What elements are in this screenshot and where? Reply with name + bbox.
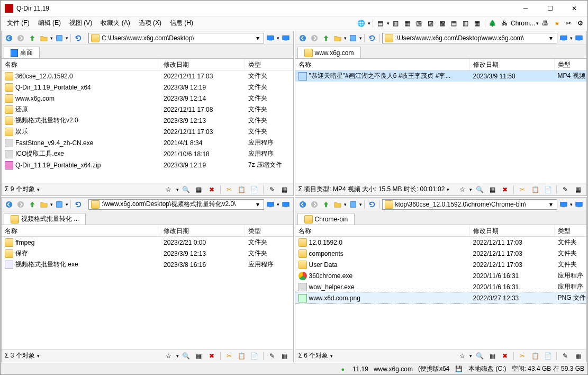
path-field[interactable] xyxy=(395,34,548,42)
folder-button[interactable] xyxy=(39,33,49,43)
list-row[interactable]: User Data 2022/12/11 17:03 文件夹 xyxy=(295,259,587,270)
paste-icon[interactable]: 📄 xyxy=(542,351,553,361)
layout3-icon[interactable]: ▦ xyxy=(402,18,413,29)
forward-button[interactable] xyxy=(15,33,26,43)
delete-icon[interactable]: ✖ xyxy=(206,351,217,361)
fav-icon[interactable]: ☆ xyxy=(164,184,174,195)
search-icon[interactable]: 🔍 xyxy=(181,351,192,361)
monitor1-icon[interactable] xyxy=(558,199,569,210)
refresh-button[interactable] xyxy=(367,33,377,43)
refresh-button[interactable] xyxy=(73,199,84,210)
list-row[interactable]: 保存 2023/3/9 12:13 文件夹 xyxy=(2,248,293,259)
list-row[interactable]: www.x6g.com 2023/3/9 12:14 文件夹 xyxy=(2,93,293,104)
view-button[interactable] xyxy=(54,33,65,43)
back-button[interactable] xyxy=(297,199,308,210)
back-button[interactable] xyxy=(297,33,308,43)
filter-icon[interactable]: ▦ xyxy=(194,184,204,195)
paste-icon[interactable]: 📄 xyxy=(249,184,260,195)
back-button[interactable] xyxy=(4,199,14,210)
col-name[interactable]: 名称 xyxy=(2,59,160,70)
view-button[interactable] xyxy=(348,33,358,43)
folder-button[interactable] xyxy=(39,199,49,210)
col-name[interactable]: 名称 xyxy=(295,225,470,236)
chevron-down-icon[interactable]: ▾ xyxy=(547,201,555,208)
list-body[interactable]: "恭迎天暗星"#画江湖之不良人6 #岐王李茂贞 #李... 2023/3/9 1… xyxy=(295,70,587,183)
folder-button[interactable] xyxy=(332,199,343,210)
path-field[interactable] xyxy=(102,201,254,208)
monitor2-icon[interactable] xyxy=(281,33,291,43)
edit-icon[interactable]: ✎ xyxy=(560,184,571,195)
misc-icon[interactable]: ▦ xyxy=(573,184,583,195)
path-input[interactable]: ▾ xyxy=(382,33,558,43)
cut-icon[interactable]: ✂ xyxy=(224,351,234,361)
minimize-button[interactable]: ─ xyxy=(513,1,538,16)
cut-icon[interactable]: ✂ xyxy=(517,184,528,195)
gear-icon[interactable]: ⚙ xyxy=(575,18,585,29)
paste-icon[interactable]: 📄 xyxy=(249,351,260,361)
monitor2-icon[interactable] xyxy=(574,33,584,43)
close-button[interactable]: ✕ xyxy=(562,1,586,16)
tab[interactable]: 视频格式批量转化 ... xyxy=(4,213,86,225)
list-row[interactable]: Q-Dir_11.19_Portable_x64 2023/3/9 12:19 … xyxy=(2,82,293,93)
col-date[interactable]: 修改日期 xyxy=(160,225,245,236)
up-button[interactable] xyxy=(27,33,38,43)
monitor1-icon[interactable] xyxy=(558,33,569,43)
layout5-icon[interactable]: ▨ xyxy=(426,18,436,29)
filter-icon[interactable]: ▦ xyxy=(194,351,204,361)
copy-icon[interactable]: 📋 xyxy=(530,184,540,195)
col-date[interactable]: 修改日期 xyxy=(470,225,555,236)
edit-icon[interactable]: ✎ xyxy=(267,184,277,195)
col-date[interactable]: 修改日期 xyxy=(160,59,245,70)
path-field[interactable] xyxy=(102,34,254,42)
menu-info[interactable]: 信息 (H) xyxy=(166,17,197,29)
delete-icon[interactable]: ✖ xyxy=(206,184,217,195)
list-row[interactable]: www.x6d.com.png 2022/3/27 12:33 PNG 文件 xyxy=(295,292,587,303)
misc-icon[interactable]: ▦ xyxy=(279,351,290,361)
filter-icon[interactable]: ▦ xyxy=(487,184,497,195)
view-button[interactable] xyxy=(348,199,358,210)
menu-fav[interactable]: 收藏夹 (A) xyxy=(96,17,134,29)
search-icon[interactable]: 🔍 xyxy=(474,184,485,195)
list-row[interactable]: Q-Dir_11.19_Portable_x64.zip 2023/3/9 12… xyxy=(2,159,293,171)
list-row[interactable]: 还原 2022/12/11 17:08 文件夹 xyxy=(2,104,293,115)
list-body[interactable]: ffmpeg 2023/2/21 0:00 文件夹 保存 2023/3/9 12… xyxy=(2,237,293,349)
layout7-icon[interactable]: ▤ xyxy=(449,18,459,29)
globe-icon[interactable]: 🌐 xyxy=(356,18,367,29)
menu-file[interactable]: 文件 (F) xyxy=(3,17,34,29)
list-row[interactable]: 360cse_12.0.1592.0 2022/12/11 17:03 文件夹 xyxy=(2,70,293,82)
col-type[interactable]: 类型 xyxy=(555,225,587,236)
col-date[interactable]: 修改日期 xyxy=(470,59,555,70)
chevron-down-icon[interactable]: ▾ xyxy=(547,34,555,42)
tree-icon[interactable]: 🌲 xyxy=(487,18,498,29)
chevron-down-icon[interactable]: ▾ xyxy=(254,34,261,42)
menu-options[interactable]: 选项 (X) xyxy=(134,17,166,29)
cut-icon[interactable]: ✂ xyxy=(517,351,528,361)
view-button[interactable] xyxy=(54,199,65,210)
fav-icon[interactable]: ☆ xyxy=(457,184,467,195)
path-input[interactable]: ▾ xyxy=(88,33,264,43)
maximize-button[interactable]: ☐ xyxy=(538,1,562,16)
search-icon[interactable]: 🔍 xyxy=(474,351,485,361)
delete-icon[interactable]: ✖ xyxy=(500,351,510,361)
list-row[interactable]: ffmpeg 2023/2/21 0:00 文件夹 xyxy=(2,237,293,248)
list-row[interactable]: 360chrome.exe 2020/11/6 16:31 应用程序 xyxy=(295,270,587,281)
list-row[interactable]: 娱乐 2022/12/11 17:03 文件夹 xyxy=(2,126,293,137)
print-icon[interactable]: 🖶 xyxy=(540,18,550,29)
net-icon[interactable]: 🖧 xyxy=(499,18,510,29)
forward-button[interactable] xyxy=(309,199,320,210)
layout4-icon[interactable]: ▧ xyxy=(414,18,424,29)
fav-icon[interactable]: ☆ xyxy=(164,351,174,361)
tab[interactable]: Chrome-bin xyxy=(297,213,355,225)
list-body[interactable]: 12.0.1592.0 2022/12/11 17:03 文件夹 compone… xyxy=(295,237,587,349)
edit-icon[interactable]: ✎ xyxy=(560,351,571,361)
misc-icon[interactable]: ▦ xyxy=(573,351,583,361)
chrome-label[interactable]: Chrom... xyxy=(511,20,535,27)
chevron-down-icon[interactable]: ▾ xyxy=(254,201,261,208)
menu-edit[interactable]: 编辑 (E) xyxy=(34,17,65,29)
col-name[interactable]: 名称 xyxy=(2,225,160,236)
layout9-icon[interactable]: ▦ xyxy=(472,18,483,29)
tab[interactable]: 桌面 xyxy=(4,47,40,58)
delete-icon[interactable]: ✖ xyxy=(500,184,510,195)
col-type[interactable]: 类型 xyxy=(555,59,587,70)
path-input[interactable]: ▾ xyxy=(88,199,264,210)
